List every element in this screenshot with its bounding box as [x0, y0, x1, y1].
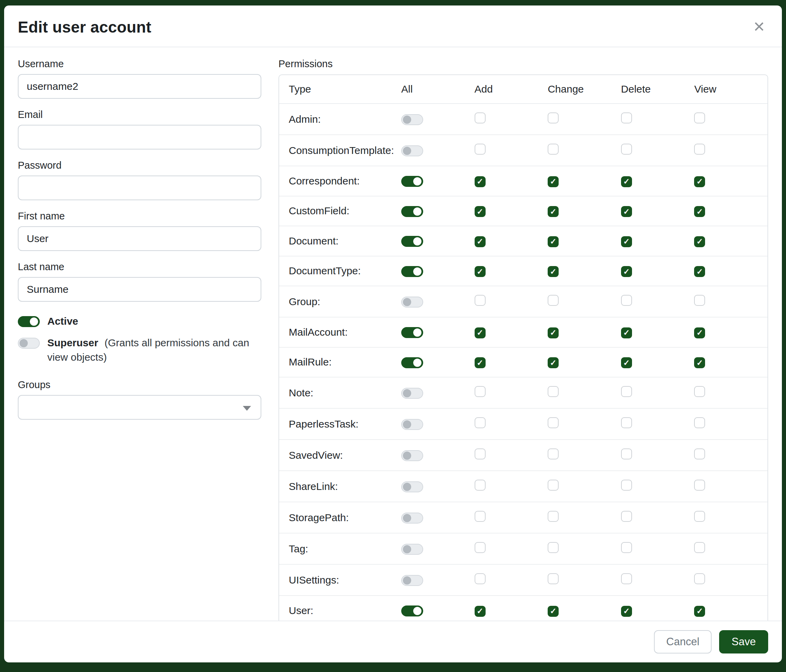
permission-all-toggle[interactable] — [401, 236, 423, 247]
permission-change-checkbox[interactable] — [548, 511, 559, 522]
permission-view-checkbox[interactable] — [694, 236, 705, 247]
groups-select[interactable] — [18, 395, 261, 420]
active-toggle[interactable] — [18, 316, 40, 327]
permission-view-checkbox[interactable] — [694, 113, 705, 123]
permission-add-checkbox[interactable] — [475, 542, 486, 553]
permission-delete-checkbox[interactable] — [621, 266, 632, 277]
last-name-field[interactable] — [18, 277, 261, 302]
permission-add-checkbox[interactable] — [475, 206, 486, 217]
permission-all-toggle[interactable] — [401, 114, 423, 125]
permission-change-checkbox[interactable] — [548, 542, 559, 553]
permission-change-checkbox[interactable] — [548, 144, 559, 155]
permission-delete-checkbox[interactable] — [621, 511, 632, 522]
permission-change-checkbox[interactable] — [548, 206, 559, 217]
permission-change-checkbox[interactable] — [548, 449, 559, 459]
permission-add-checkbox[interactable] — [475, 236, 486, 247]
active-label: Active — [47, 316, 78, 327]
permission-delete-checkbox[interactable] — [621, 327, 632, 338]
permission-change-checkbox[interactable] — [548, 176, 559, 187]
permission-all-toggle[interactable] — [401, 206, 423, 217]
permission-add-checkbox[interactable] — [475, 295, 486, 306]
permission-add-checkbox[interactable] — [475, 386, 486, 397]
permission-all-toggle[interactable] — [401, 388, 423, 399]
permission-view-checkbox[interactable] — [694, 542, 705, 553]
close-icon[interactable]: × — [751, 18, 767, 35]
permission-change-checkbox[interactable] — [548, 480, 559, 491]
toggle-knob — [403, 576, 411, 584]
first-name-field[interactable] — [18, 226, 261, 251]
permission-view-checkbox[interactable] — [694, 266, 705, 277]
permission-delete-checkbox[interactable] — [621, 480, 632, 491]
permission-view-checkbox[interactable] — [694, 449, 705, 459]
permission-delete-checkbox[interactable] — [621, 176, 632, 187]
permission-all-toggle[interactable] — [401, 357, 423, 368]
permission-view-checkbox[interactable] — [694, 417, 705, 428]
permission-all-toggle[interactable] — [401, 450, 423, 461]
permission-add-checkbox[interactable] — [475, 449, 486, 459]
permission-delete-checkbox[interactable] — [621, 449, 632, 459]
permission-change-checkbox[interactable] — [548, 573, 559, 584]
permission-delete-checkbox[interactable] — [621, 236, 632, 247]
permission-change-checkbox[interactable] — [548, 327, 559, 338]
permission-add-checkbox[interactable] — [475, 357, 486, 368]
permission-all-toggle[interactable] — [401, 513, 423, 524]
permission-change-checkbox[interactable] — [548, 266, 559, 277]
permission-view-checkbox[interactable] — [694, 144, 705, 155]
permission-all-toggle[interactable] — [401, 327, 423, 338]
permission-view-checkbox[interactable] — [694, 606, 705, 617]
permission-delete-checkbox[interactable] — [621, 573, 632, 584]
permission-all-toggle[interactable] — [401, 145, 423, 156]
permission-delete-checkbox[interactable] — [621, 113, 632, 123]
permission-all-toggle[interactable] — [401, 266, 423, 277]
permission-add-checkbox[interactable] — [475, 113, 486, 123]
email-field[interactable] — [18, 125, 261, 149]
permission-change-checkbox[interactable] — [548, 113, 559, 123]
permission-view-checkbox[interactable] — [694, 206, 705, 217]
permission-type-label: Group: — [279, 286, 401, 317]
permission-view-checkbox[interactable] — [694, 176, 705, 187]
permission-view-checkbox[interactable] — [694, 386, 705, 397]
modal-footer: Cancel Save — [4, 620, 782, 663]
permission-view-checkbox[interactable] — [694, 357, 705, 368]
permission-delete-checkbox[interactable] — [621, 386, 632, 397]
superuser-toggle[interactable] — [18, 338, 40, 349]
permission-change-checkbox[interactable] — [548, 295, 559, 306]
permission-add-checkbox[interactable] — [475, 480, 486, 491]
permission-all-toggle[interactable] — [401, 176, 423, 187]
permission-add-checkbox[interactable] — [475, 573, 486, 584]
permission-view-checkbox[interactable] — [694, 573, 705, 584]
cancel-button[interactable]: Cancel — [654, 630, 712, 653]
permission-all-toggle[interactable] — [401, 419, 423, 430]
permission-delete-checkbox[interactable] — [621, 357, 632, 368]
permission-view-checkbox[interactable] — [694, 327, 705, 338]
permission-all-toggle[interactable] — [401, 481, 423, 492]
permission-delete-checkbox[interactable] — [621, 206, 632, 217]
username-field[interactable] — [18, 74, 261, 99]
permission-change-checkbox[interactable] — [548, 417, 559, 428]
permission-delete-checkbox[interactable] — [621, 542, 632, 553]
permission-delete-checkbox[interactable] — [621, 295, 632, 306]
permission-add-checkbox[interactable] — [475, 266, 486, 277]
permission-add-checkbox[interactable] — [475, 144, 486, 155]
permission-add-checkbox[interactable] — [475, 327, 486, 338]
permission-delete-checkbox[interactable] — [621, 144, 632, 155]
permission-delete-checkbox[interactable] — [621, 417, 632, 428]
permission-all-toggle[interactable] — [401, 606, 423, 617]
permission-change-checkbox[interactable] — [548, 236, 559, 247]
permission-change-checkbox[interactable] — [548, 606, 559, 617]
permission-add-checkbox[interactable] — [475, 417, 486, 428]
save-button[interactable]: Save — [719, 630, 768, 653]
permission-add-checkbox[interactable] — [475, 176, 486, 187]
permission-all-toggle[interactable] — [401, 297, 423, 308]
permission-change-checkbox[interactable] — [548, 386, 559, 397]
permission-add-checkbox[interactable] — [475, 606, 486, 617]
permission-change-checkbox[interactable] — [548, 357, 559, 368]
permission-all-toggle[interactable] — [401, 544, 423, 555]
password-field[interactable] — [18, 176, 261, 200]
permission-delete-checkbox[interactable] — [621, 606, 632, 617]
permission-view-checkbox[interactable] — [694, 295, 705, 306]
permission-all-toggle[interactable] — [401, 575, 423, 586]
permission-view-checkbox[interactable] — [694, 511, 705, 522]
permission-add-checkbox[interactable] — [475, 511, 486, 522]
permission-view-checkbox[interactable] — [694, 480, 705, 491]
